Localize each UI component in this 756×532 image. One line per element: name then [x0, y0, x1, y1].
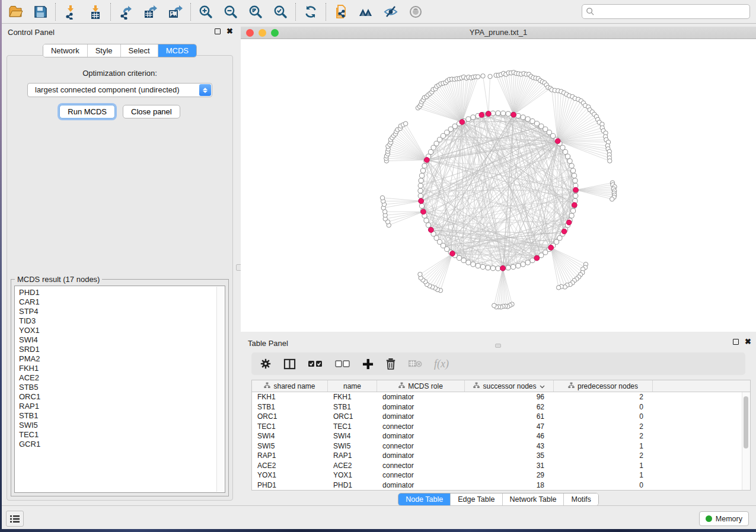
ring-node[interactable]	[466, 260, 471, 265]
result-node-item[interactable]: ACE2	[19, 373, 225, 383]
ring-node[interactable]	[490, 266, 495, 271]
column-layout-icon[interactable]	[283, 357, 296, 371]
mcds-hub-node[interactable]	[424, 158, 429, 163]
ring-node[interactable]	[570, 209, 575, 213]
ring-node[interactable]	[539, 253, 544, 258]
task-history-button[interactable]	[6, 511, 24, 527]
satellite-node[interactable]	[608, 159, 612, 163]
result-node-item[interactable]: STB1	[19, 411, 225, 421]
ring-node[interactable]	[448, 127, 453, 132]
table-row[interactable]: TEC1TEC1connector472	[252, 422, 742, 432]
ring-node[interactable]	[471, 115, 476, 120]
satellite-node[interactable]	[476, 75, 480, 79]
satellite-node[interactable]	[488, 74, 492, 78]
result-node-item[interactable]: STB5	[19, 383, 225, 392]
result-node-item[interactable]: RAP1	[19, 402, 225, 411]
result-node-item[interactable]: FKH1	[19, 364, 225, 373]
ring-node[interactable]	[560, 145, 565, 150]
mcds-hub-node[interactable]	[486, 111, 491, 117]
ring-node[interactable]	[570, 168, 575, 173]
mcds-hub-node[interactable]	[566, 220, 572, 225]
ring-node[interactable]	[563, 149, 567, 154]
hide-selected-icon[interactable]	[381, 3, 400, 21]
satellite-node[interactable]	[610, 197, 614, 201]
ring-node[interactable]	[419, 178, 423, 183]
mcds-hub-node[interactable]	[428, 227, 433, 233]
ring-node[interactable]	[466, 117, 471, 121]
ring-node[interactable]	[471, 262, 476, 267]
table-row[interactable]: RAP1RAP1dominator352	[252, 451, 742, 461]
result-node-item[interactable]: TEC1	[19, 430, 225, 440]
settings-gear-icon[interactable]	[260, 357, 272, 371]
ring-node[interactable]	[420, 168, 425, 173]
close-window-button[interactable]	[246, 29, 254, 37]
column-header-name[interactable]: name	[328, 380, 377, 392]
ring-node[interactable]	[500, 111, 505, 116]
mcds-hub-node[interactable]	[450, 251, 455, 257]
open-file-icon[interactable]	[6, 3, 25, 21]
export-table-icon[interactable]	[141, 3, 160, 21]
mcds-hub-node[interactable]	[460, 120, 465, 125]
satellite-node[interactable]	[481, 74, 485, 78]
ring-node[interactable]	[525, 117, 530, 121]
ring-node[interactable]	[516, 113, 521, 118]
ring-node[interactable]	[534, 121, 539, 126]
result-node-item[interactable]: TID3	[19, 316, 225, 326]
table-scrollbar-thumb[interactable]	[744, 396, 748, 448]
close-table-panel-icon[interactable]: ✖	[745, 339, 751, 345]
tab-motifs[interactable]: Motifs	[563, 493, 598, 505]
share-document-icon[interactable]	[331, 3, 350, 21]
tab-edge-table[interactable]: Edge Table	[450, 493, 502, 505]
table-row[interactable]: SWI5SWI5connector431	[252, 441, 742, 451]
result-node-item[interactable]: STP4	[19, 307, 225, 316]
mcds-hub-node[interactable]	[548, 245, 554, 251]
satellite-node[interactable]	[418, 272, 422, 276]
ring-node[interactable]	[506, 265, 511, 270]
satellite-node[interactable]	[382, 210, 387, 214]
tab-style[interactable]: Style	[87, 44, 120, 57]
ring-node[interactable]	[428, 149, 433, 154]
ring-node[interactable]	[452, 124, 457, 129]
ring-node[interactable]	[569, 164, 574, 168]
select-all-rows-icon[interactable]	[308, 357, 323, 371]
satellite-node[interactable]	[403, 121, 407, 126]
ring-node[interactable]	[565, 154, 570, 159]
close-panel-icon[interactable]: ✖	[227, 28, 233, 34]
run-mcds-button[interactable]: Run MCDS	[59, 105, 115, 118]
ring-node[interactable]	[476, 263, 480, 268]
tab-network[interactable]: Network	[43, 44, 87, 57]
ring-node[interactable]	[539, 124, 544, 129]
ring-node[interactable]	[525, 260, 530, 265]
mcds-hub-node[interactable]	[420, 209, 426, 214]
mcds-hub-node[interactable]	[534, 255, 540, 261]
table-row[interactable]: ORC1ORC1dominator610	[252, 412, 742, 422]
ring-node[interactable]	[496, 111, 500, 116]
table-row[interactable]: PHD1PHD1dominator180	[252, 480, 742, 491]
maximize-window-button[interactable]	[271, 29, 279, 37]
zoom-selected-icon[interactable]	[271, 3, 290, 21]
minimize-window-button[interactable]	[259, 29, 266, 37]
zoom-fit-icon[interactable]	[246, 3, 265, 21]
show-all-icon[interactable]	[406, 3, 425, 21]
result-node-item[interactable]: SWI5	[19, 421, 225, 430]
float-table-panel-icon[interactable]	[733, 339, 739, 345]
tab-network-table[interactable]: Network Table	[502, 493, 564, 505]
table-row[interactable]: STB1STB1dominator620	[252, 402, 742, 412]
search-input[interactable]	[582, 4, 750, 19]
ring-node[interactable]	[569, 213, 574, 218]
mcds-hub-node[interactable]	[511, 112, 516, 117]
mcds-hub-node[interactable]	[419, 198, 424, 204]
ring-node[interactable]	[461, 258, 466, 262]
table-row[interactable]: SWI4SWI4dominator462	[252, 431, 742, 441]
table-scrollbar[interactable]	[742, 392, 750, 490]
table-row[interactable]: ACE2ACE2connector311	[252, 461, 742, 471]
table-row[interactable]: FKH1FKH1dominator962	[252, 392, 742, 402]
ring-node[interactable]	[418, 193, 423, 198]
mcds-hub-node[interactable]	[555, 139, 560, 144]
ring-node[interactable]	[572, 173, 576, 178]
ring-node[interactable]	[424, 218, 429, 223]
ring-node[interactable]	[486, 265, 490, 270]
ring-node[interactable]	[543, 250, 548, 255]
result-node-item[interactable]: CAR1	[19, 297, 225, 307]
mcds-hub-node[interactable]	[572, 203, 577, 208]
